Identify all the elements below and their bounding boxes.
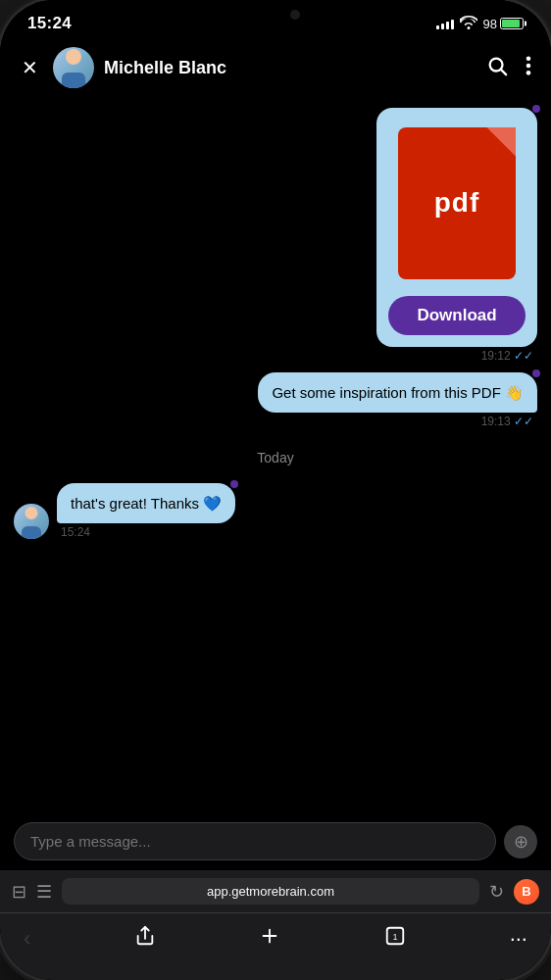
sender-avatar [14,504,49,539]
pdf-message: pdf Download 19:12 ✓✓ [14,108,537,363]
signal-bars [436,18,454,29]
message-input-row: ⊕ [14,822,537,860]
sender-avatar-body [22,526,41,539]
svg-point-4 [526,71,531,75]
wifi-icon [460,16,477,32]
svg-point-2 [526,56,531,61]
browser-bar: ⊟ ☰ app.getmorebrain.com ↻ B [0,870,551,912]
received-time: 15:24 [57,525,235,539]
svg-text:1: 1 [393,932,398,942]
plus-icon: ⊕ [514,831,528,853]
pdf-message-time: 19:12 ✓✓ [481,349,537,363]
nav-more-button[interactable]: ··· [502,922,535,956]
message-input-container[interactable] [14,822,496,860]
date-divider: Today [14,438,537,477]
unread-dot-2 [532,369,540,377]
text-message-time: 19:13 ✓✓ [481,415,537,428]
signal-bar-4 [451,20,454,29]
signal-bar-3 [446,22,449,29]
nav-add-button[interactable] [251,921,288,956]
svg-line-1 [501,70,506,74]
chat-header: ✕ Michelle Blanc [0,39,551,98]
input-area: ⊕ [0,812,551,870]
camera-dot [290,10,300,20]
notch [217,0,334,29]
brave-icon[interactable]: B [514,879,539,905]
status-icons: 98 [436,16,524,32]
refresh-icon[interactable]: ↻ [489,881,504,903]
nav-share-button[interactable] [126,921,164,956]
message-text: Get some inspiration from this PDF 👋 [272,384,524,401]
url-bar[interactable]: app.getmorebrain.com [62,878,479,905]
url-text: app.getmorebrain.com [207,884,334,899]
read-check-2: ✓✓ [514,415,533,428]
sender-avatar-head [25,507,38,519]
pdf-bubble: pdf Download [376,108,537,347]
signal-bar-1 [436,25,439,29]
pdf-file-icon: pdf [398,127,516,279]
browser-nav: ‹ 1 ··· [0,912,551,980]
battery-text: 98 [483,17,497,31]
phone-frame: 15:24 98 [0,0,551,980]
send-button[interactable]: ⊕ [504,825,537,858]
svg-point-3 [526,63,531,68]
contact-name: Michelle Blanc [104,58,473,78]
avatar [53,47,94,88]
unread-dot [532,105,540,113]
text-bubble-left: that's great! Thanks 💙 [57,483,235,523]
nav-back-button[interactable]: ‹ [16,922,38,956]
close-button[interactable]: ✕ [16,56,43,79]
phone-screen: 15:24 98 [0,0,551,980]
text-message-out: Get some inspiration from this PDF 👋 19:… [14,372,537,428]
received-text: that's great! Thanks 💙 [71,495,222,512]
bookmark-icon[interactable]: ⊟ [12,881,26,903]
pdf-label: pdf [434,187,480,219]
read-check: ✓✓ [514,349,533,363]
page-icon[interactable]: ☰ [36,881,52,903]
more-icon[interactable] [522,51,535,85]
pdf-icon-container: pdf [388,120,526,286]
battery-icon [500,18,524,29]
avatar-body [62,73,85,88]
date-label: Today [257,450,293,466]
unread-dot-3 [230,480,238,488]
received-message: that's great! Thanks 💙 15:24 [14,483,537,539]
avatar-head [66,49,81,65]
nav-tabs-button[interactable]: 1 [376,921,414,956]
status-time: 15:24 [27,14,72,33]
text-bubble-right: Get some inspiration from this PDF 👋 [258,372,537,413]
download-button[interactable]: Download [388,296,526,335]
message-input[interactable] [30,833,479,850]
messages-area: pdf Download 19:12 ✓✓ Get s [0,98,551,812]
search-icon[interactable] [482,51,512,85]
signal-bar-2 [441,24,444,29]
battery-container: 98 [483,17,524,31]
battery-fill [502,20,520,27]
